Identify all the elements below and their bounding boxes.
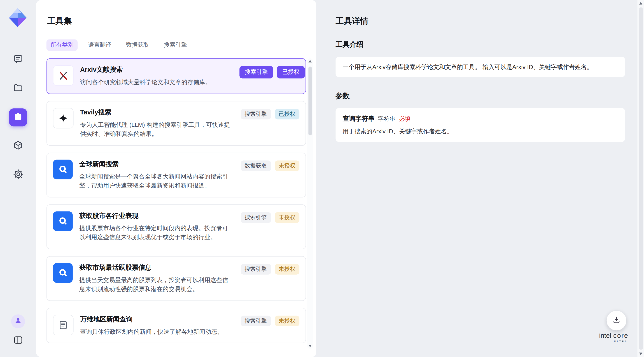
tool-name: 全球新闻搜索	[79, 160, 232, 168]
tool-text: 全球新闻搜索全球新闻搜索是一个聚合全球各大新闻网站内容的搜索引擎，帮助用户快速获…	[79, 160, 232, 190]
tool-details-panel: 工具详情 工具介绍 一个用于从Arxiv存储库搜索科学论文和文章的工具。 输入可…	[336, 0, 625, 142]
download-icon	[612, 315, 621, 326]
tool-auth-badge[interactable]: 未授权	[274, 160, 300, 171]
tool-description: 提供当天交易量最高的股票列表，投资者可以利用这些信息来识别流动性强的股票和潜在的…	[79, 275, 232, 294]
sidebar-toggle-button[interactable]	[13, 335, 23, 347]
tool-text: 获取市场最活跃股票信息提供当天交易量最高的股票列表，投资者可以利用这些信息来识别…	[79, 263, 232, 294]
tool-list: Arxiv文献搜索访问各个研究领域大量科学论文和文章的存储库。搜索引擎已授权Ta…	[46, 58, 306, 351]
scroll-down-icon[interactable]	[308, 345, 312, 347]
tab-所有类别[interactable]: 所有类别	[46, 39, 78, 51]
param-name: 查询字符串	[342, 114, 374, 123]
tool-category-badge: 搜索引擎	[240, 212, 271, 223]
tool-intro-text: 一个用于从Arxiv存储库搜索科学论文和文章的工具。 输入可以是Arxiv ID…	[342, 64, 593, 70]
tool-card[interactable]: 全球新闻搜索全球新闻搜索是一个聚合全球各大新闻网站内容的搜索引擎，帮助用户快速获…	[46, 153, 306, 197]
sidebar-item-settings[interactable]	[9, 166, 27, 184]
app-window: 工具集 所有类别语言翻译数据获取搜索引擎 Arxiv文献搜索访问各个研究领域大量…	[0, 0, 644, 357]
tool-auth-badge[interactable]: 未授权	[274, 264, 300, 274]
arxiv-icon	[53, 65, 74, 86]
toolset-panel: 工具集 所有类别语言翻译数据获取搜索引擎 Arxiv文献搜索访问各个研究领域大量…	[36, 0, 316, 357]
sidebar-item-tools[interactable]	[9, 108, 27, 126]
sidebar-nav	[0, 51, 36, 184]
tool-card[interactable]: 万维地区新闻查询查询具体行政区划内的新闻，快速了解各地新闻动态。搜索引擎未授权	[46, 308, 306, 343]
intel-wordmark: intel	[599, 332, 611, 339]
sidebar-item-files[interactable]	[9, 80, 27, 98]
scroll-up-icon[interactable]	[639, 2, 642, 4]
tool-category-badge: 数据获取	[240, 160, 271, 171]
folder-icon	[13, 83, 23, 95]
tool-text: Arxiv文献搜索访问各个研究领域大量科学论文和文章的存储库。	[80, 65, 233, 87]
toolset-title: 工具集	[47, 15, 72, 27]
scroll-up-icon[interactable]	[308, 60, 312, 62]
tool-badges: 搜索引擎未授权	[240, 211, 300, 242]
tool-description: 查询具体行政区划内的新闻，快速了解各地新闻动态。	[80, 327, 233, 336]
tool-text: 获取股市各行业表现提供股票市场各个行业在特定时间段内的表现。投资者可以利用这些信…	[79, 211, 232, 242]
q-news-icon	[53, 211, 73, 231]
tool-card[interactable]: Tavily搜索专为人工智能代理 (LLM) 构建的搜索引擎工具，可快速提供实时…	[46, 101, 306, 146]
tool-text: 万维地区新闻查询查询具体行政区划内的新闻，快速了解各地新闻动态。	[80, 315, 233, 336]
tool-auth-badge[interactable]: 已授权	[274, 108, 300, 119]
download-button[interactable]	[607, 311, 626, 330]
tool-name: 万维地区新闻查询	[80, 315, 233, 324]
tool-description: 专为人工智能代理 (LLM) 构建的搜索引擎工具，可快速提供实时、准确和真实的结…	[80, 120, 233, 139]
tool-card[interactable]: 获取股市各行业表现提供股票市场各个行业在特定时间段内的表现。投资者可以利用这些信…	[46, 204, 306, 249]
param-type: 字符串	[378, 115, 395, 123]
tool-name: Tavily搜索	[80, 108, 233, 117]
tool-category-badge: 搜索引擎	[240, 316, 271, 326]
news-doc-icon	[53, 315, 74, 335]
tool-badges: 搜索引擎未授权	[240, 315, 300, 336]
tool-card[interactable]: Arxiv文献搜索访问各个研究领域大量科学论文和文章的存储库。搜索引擎已授权	[46, 58, 306, 94]
cube-icon	[13, 140, 23, 152]
tool-auth-badge[interactable]: 已授权	[277, 66, 305, 78]
category-tabs: 所有类别语言翻译数据获取搜索引擎	[46, 39, 191, 51]
tool-badges: 搜索引擎已授权	[239, 65, 304, 87]
briefcase-icon	[13, 112, 23, 123]
param-head: 查询字符串 字符串 必填	[342, 114, 618, 123]
sidebar-bottom	[0, 314, 36, 347]
intro-heading: 工具介绍	[336, 40, 625, 49]
tool-text: Tavily搜索专为人工智能代理 (LLM) 构建的搜索引擎工具，可快速提供实时…	[80, 108, 233, 138]
tab-语言翻译[interactable]: 语言翻译	[84, 39, 116, 51]
sidebar-item-models[interactable]	[9, 137, 27, 155]
tab-数据获取[interactable]: 数据获取	[122, 39, 153, 51]
core-wordmark: core	[613, 332, 628, 339]
tool-card[interactable]: 获取市场最活跃股票信息提供当天交易量最高的股票列表，投资者可以利用这些信息来识别…	[46, 256, 306, 301]
sidebar-item-chat[interactable]	[9, 51, 27, 69]
tool-description: 提供股票市场各个行业在特定时间段内的表现。投资者可以利用这些信息来识别表现优于或…	[79, 223, 232, 242]
scrollbar-thumb[interactable]	[308, 66, 312, 136]
gear-icon	[12, 169, 24, 181]
tool-badges: 搜索引擎未授权	[240, 263, 300, 294]
tool-badges: 搜索引擎已授权	[240, 108, 300, 138]
q-news-icon	[53, 160, 73, 179]
q-news-icon	[53, 263, 73, 283]
tool-name: Arxiv文献搜索	[80, 66, 233, 74]
tool-category-badge: 搜索引擎	[240, 108, 271, 119]
tool-category-badge: 搜索引擎	[240, 264, 271, 274]
app-logo-icon	[7, 7, 28, 28]
tool-category-badge: 搜索引擎	[239, 66, 273, 78]
param-required-badge: 必填	[399, 115, 410, 123]
details-title: 工具详情	[336, 15, 625, 27]
tool-name: 获取市场最活跃股票信息	[79, 263, 232, 272]
ultra-wordmark: ULTRA	[599, 340, 628, 343]
user-icon	[14, 316, 22, 326]
window-scrollbar[interactable]	[638, 0, 644, 357]
params-heading: 参数	[336, 91, 625, 101]
param-description: 用于搜索的Arxiv ID、关键字或作者姓名。	[342, 128, 618, 136]
tavily-star-icon	[53, 108, 74, 128]
chat-icon	[13, 54, 23, 66]
tool-params-box: 查询字符串 字符串 必填 用于搜索的Arxiv ID、关键字或作者姓名。	[336, 108, 625, 142]
tool-intro-box: 一个用于从Arxiv存储库搜索科学论文和文章的工具。 输入可以是Arxiv ID…	[336, 57, 625, 77]
scrollbar-thumb[interactable]	[639, 7, 642, 350]
tool-list-scrollbar[interactable]	[307, 58, 313, 349]
tool-auth-badge[interactable]: 未授权	[274, 212, 300, 223]
scroll-down-icon[interactable]	[639, 353, 642, 355]
panel-layout-icon	[13, 335, 23, 347]
tool-name: 获取股市各行业表现	[79, 212, 232, 220]
intel-core-logo: intelcore ULTRA	[599, 332, 628, 343]
tab-搜索引擎[interactable]: 搜索引擎	[160, 39, 191, 51]
tool-description: 全球新闻搜索是一个聚合全球各大新闻网站内容的搜索引擎，帮助用户快速获取全球最新资…	[79, 172, 232, 190]
tool-description: 访问各个研究领域大量科学论文和文章的存储库。	[80, 78, 233, 87]
user-avatar[interactable]	[11, 314, 25, 328]
tool-badges: 数据获取未授权	[240, 160, 300, 190]
tool-auth-badge[interactable]: 未授权	[274, 316, 300, 326]
